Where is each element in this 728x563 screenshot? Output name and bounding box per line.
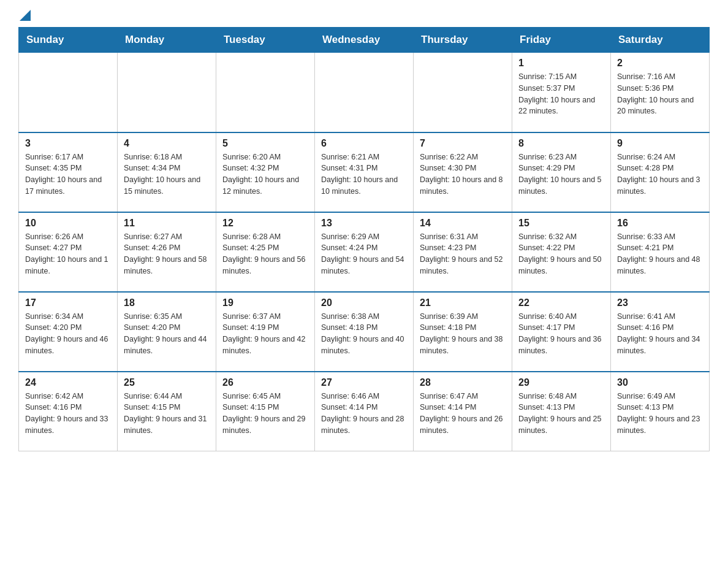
- day-number: 6: [321, 138, 407, 149]
- calendar-cell: [19, 53, 118, 132]
- calendar-cell: 11Sunrise: 6:27 AM Sunset: 4:26 PM Dayli…: [118, 212, 216, 292]
- day-number: 12: [222, 218, 308, 229]
- calendar-week-row: 17Sunrise: 6:34 AM Sunset: 4:20 PM Dayli…: [19, 292, 710, 372]
- page-header: [18, 12, 710, 21]
- day-info: Sunrise: 6:21 AM Sunset: 4:31 PM Dayligh…: [321, 151, 407, 197]
- calendar-cell: [315, 53, 414, 132]
- weekday-header-saturday: Saturday: [611, 28, 710, 53]
- calendar-cell: 2Sunrise: 7:16 AM Sunset: 5:36 PM Daylig…: [611, 53, 710, 132]
- day-number: 9: [617, 138, 703, 149]
- day-info: Sunrise: 6:42 AM Sunset: 4:16 PM Dayligh…: [25, 391, 111, 437]
- day-number: 20: [321, 297, 407, 308]
- day-info: Sunrise: 6:31 AM Sunset: 4:23 PM Dayligh…: [420, 231, 506, 277]
- calendar-cell: 30Sunrise: 6:49 AM Sunset: 4:13 PM Dayli…: [611, 372, 710, 451]
- day-info: Sunrise: 6:48 AM Sunset: 4:13 PM Dayligh…: [518, 391, 604, 437]
- calendar-cell: [118, 53, 216, 132]
- day-number: 25: [124, 377, 210, 388]
- calendar-cell: 23Sunrise: 6:41 AM Sunset: 4:16 PM Dayli…: [611, 292, 710, 372]
- calendar-cell: 4Sunrise: 6:18 AM Sunset: 4:34 PM Daylig…: [118, 132, 216, 212]
- day-info: Sunrise: 6:45 AM Sunset: 4:15 PM Dayligh…: [222, 391, 308, 437]
- day-number: 5: [222, 138, 308, 149]
- day-number: 24: [25, 377, 111, 388]
- calendar-cell: 17Sunrise: 6:34 AM Sunset: 4:20 PM Dayli…: [19, 292, 118, 372]
- day-number: 27: [321, 377, 407, 388]
- day-info: Sunrise: 6:24 AM Sunset: 4:28 PM Dayligh…: [617, 151, 703, 197]
- logo-triangle-icon: [20, 10, 31, 21]
- calendar-cell: 18Sunrise: 6:35 AM Sunset: 4:20 PM Dayli…: [118, 292, 216, 372]
- day-number: 13: [321, 218, 407, 229]
- day-info: Sunrise: 6:46 AM Sunset: 4:14 PM Dayligh…: [321, 391, 407, 437]
- day-info: Sunrise: 6:26 AM Sunset: 4:27 PM Dayligh…: [25, 231, 111, 277]
- logo: [18, 12, 31, 21]
- day-info: Sunrise: 6:29 AM Sunset: 4:24 PM Dayligh…: [321, 231, 407, 277]
- calendar-cell: 25Sunrise: 6:44 AM Sunset: 4:15 PM Dayli…: [118, 372, 216, 451]
- day-info: Sunrise: 6:20 AM Sunset: 4:32 PM Dayligh…: [222, 151, 308, 197]
- calendar-table: SundayMondayTuesdayWednesdayThursdayFrid…: [18, 27, 710, 451]
- calendar-cell: [216, 53, 315, 132]
- calendar-body: 1Sunrise: 7:15 AM Sunset: 5:37 PM Daylig…: [19, 53, 710, 451]
- calendar-week-row: 24Sunrise: 6:42 AM Sunset: 4:16 PM Dayli…: [19, 372, 710, 451]
- calendar-cell: [414, 53, 512, 132]
- day-info: Sunrise: 6:35 AM Sunset: 4:20 PM Dayligh…: [124, 311, 210, 357]
- calendar-cell: 16Sunrise: 6:33 AM Sunset: 4:21 PM Dayli…: [611, 212, 710, 292]
- day-number: 26: [222, 377, 308, 388]
- calendar-cell: 6Sunrise: 6:21 AM Sunset: 4:31 PM Daylig…: [315, 132, 414, 212]
- day-info: Sunrise: 7:16 AM Sunset: 5:36 PM Dayligh…: [617, 71, 703, 117]
- calendar-cell: 12Sunrise: 6:28 AM Sunset: 4:25 PM Dayli…: [216, 212, 315, 292]
- weekday-header-monday: Monday: [118, 28, 216, 53]
- day-info: Sunrise: 7:15 AM Sunset: 5:37 PM Dayligh…: [518, 71, 604, 117]
- day-number: 2: [617, 58, 703, 69]
- day-info: Sunrise: 6:37 AM Sunset: 4:19 PM Dayligh…: [222, 311, 308, 357]
- day-info: Sunrise: 6:49 AM Sunset: 4:13 PM Dayligh…: [617, 391, 703, 437]
- calendar-cell: 7Sunrise: 6:22 AM Sunset: 4:30 PM Daylig…: [414, 132, 512, 212]
- day-info: Sunrise: 6:40 AM Sunset: 4:17 PM Dayligh…: [518, 311, 604, 357]
- weekday-header-sunday: Sunday: [19, 28, 118, 53]
- weekday-header-friday: Friday: [512, 28, 611, 53]
- calendar-cell: 22Sunrise: 6:40 AM Sunset: 4:17 PM Dayli…: [512, 292, 611, 372]
- day-number: 11: [124, 218, 210, 229]
- calendar-cell: 8Sunrise: 6:23 AM Sunset: 4:29 PM Daylig…: [512, 132, 611, 212]
- day-info: Sunrise: 6:34 AM Sunset: 4:20 PM Dayligh…: [25, 311, 111, 357]
- calendar-cell: 14Sunrise: 6:31 AM Sunset: 4:23 PM Dayli…: [414, 212, 512, 292]
- calendar-cell: 15Sunrise: 6:32 AM Sunset: 4:22 PM Dayli…: [512, 212, 611, 292]
- calendar-cell: 20Sunrise: 6:38 AM Sunset: 4:18 PM Dayli…: [315, 292, 414, 372]
- day-number: 21: [420, 297, 506, 308]
- calendar-cell: 24Sunrise: 6:42 AM Sunset: 4:16 PM Dayli…: [19, 372, 118, 451]
- day-number: 1: [518, 58, 604, 69]
- day-number: 30: [617, 377, 703, 388]
- calendar-week-row: 3Sunrise: 6:17 AM Sunset: 4:35 PM Daylig…: [19, 132, 710, 212]
- calendar-week-row: 1Sunrise: 7:15 AM Sunset: 5:37 PM Daylig…: [19, 53, 710, 132]
- calendar-header: SundayMondayTuesdayWednesdayThursdayFrid…: [19, 28, 710, 53]
- calendar-cell: 21Sunrise: 6:39 AM Sunset: 4:18 PM Dayli…: [414, 292, 512, 372]
- day-info: Sunrise: 6:38 AM Sunset: 4:18 PM Dayligh…: [321, 311, 407, 357]
- day-number: 28: [420, 377, 506, 388]
- day-info: Sunrise: 6:32 AM Sunset: 4:22 PM Dayligh…: [518, 231, 604, 277]
- calendar-cell: 1Sunrise: 7:15 AM Sunset: 5:37 PM Daylig…: [512, 53, 611, 132]
- calendar-cell: 29Sunrise: 6:48 AM Sunset: 4:13 PM Dayli…: [512, 372, 611, 451]
- day-number: 29: [518, 377, 604, 388]
- calendar-week-row: 10Sunrise: 6:26 AM Sunset: 4:27 PM Dayli…: [19, 212, 710, 292]
- weekday-header-thursday: Thursday: [414, 28, 512, 53]
- calendar-cell: 26Sunrise: 6:45 AM Sunset: 4:15 PM Dayli…: [216, 372, 315, 451]
- day-number: 10: [25, 218, 111, 229]
- day-info: Sunrise: 6:18 AM Sunset: 4:34 PM Dayligh…: [124, 151, 210, 197]
- day-info: Sunrise: 6:44 AM Sunset: 4:15 PM Dayligh…: [124, 391, 210, 437]
- calendar-cell: 10Sunrise: 6:26 AM Sunset: 4:27 PM Dayli…: [19, 212, 118, 292]
- day-info: Sunrise: 6:27 AM Sunset: 4:26 PM Dayligh…: [124, 231, 210, 277]
- day-number: 7: [420, 138, 506, 149]
- calendar-cell: 3Sunrise: 6:17 AM Sunset: 4:35 PM Daylig…: [19, 132, 118, 212]
- calendar-cell: 27Sunrise: 6:46 AM Sunset: 4:14 PM Dayli…: [315, 372, 414, 451]
- day-number: 18: [124, 297, 210, 308]
- day-info: Sunrise: 6:39 AM Sunset: 4:18 PM Dayligh…: [420, 311, 506, 357]
- day-info: Sunrise: 6:28 AM Sunset: 4:25 PM Dayligh…: [222, 231, 308, 277]
- day-info: Sunrise: 6:33 AM Sunset: 4:21 PM Dayligh…: [617, 231, 703, 277]
- weekday-header-row: SundayMondayTuesdayWednesdayThursdayFrid…: [19, 28, 710, 53]
- calendar-cell: 28Sunrise: 6:47 AM Sunset: 4:14 PM Dayli…: [414, 372, 512, 451]
- day-number: 22: [518, 297, 604, 308]
- day-number: 8: [518, 138, 604, 149]
- day-number: 23: [617, 297, 703, 308]
- calendar-cell: 9Sunrise: 6:24 AM Sunset: 4:28 PM Daylig…: [611, 132, 710, 212]
- day-info: Sunrise: 6:22 AM Sunset: 4:30 PM Dayligh…: [420, 151, 506, 197]
- day-number: 4: [124, 138, 210, 149]
- svg-marker-0: [20, 10, 31, 21]
